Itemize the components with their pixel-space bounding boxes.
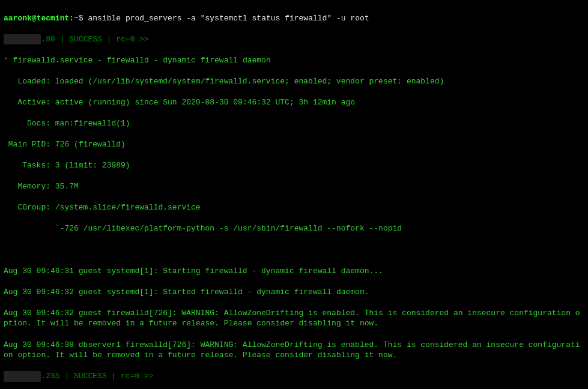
bullet-icon: *: [4, 56, 8, 65]
prompt-colon: :: [69, 14, 74, 23]
host1-tasks: Tasks: 3 (limit: 23989): [4, 160, 584, 171]
prompt-user: aaronk: [4, 14, 32, 23]
host1-header: .80 | SUCCESS | rc=0 >>: [4, 34, 584, 45]
terminal[interactable]: aaronk@tecmint:~$ ansible prod_servers -…: [4, 2, 584, 389]
host1-memory: Memory: 35.7M: [4, 181, 584, 192]
host1-log2: Aug 30 09:46:32 guest systemd[1]: Starte…: [4, 287, 584, 298]
host1-loaded: Loaded: loaded (/usr/lib/systemd/system/…: [4, 76, 584, 87]
prompt-at: @: [32, 14, 37, 23]
prompt-line: aaronk@tecmint:~$ ansible prod_servers -…: [4, 13, 584, 24]
host1-cgroup: CGroup: /system.slice/firewalld.service: [4, 202, 584, 213]
host1-mainpid: Main PID: 726 (firewalld): [4, 139, 584, 150]
host2-ip-suffix: .235 | SUCCESS | rc=0 >>: [41, 372, 153, 381]
host1-log3: Aug 30 09:46:32 guest firewalld[726]: WA…: [4, 308, 584, 329]
prompt-path: ~: [74, 14, 79, 23]
host1-log1: Aug 30 09:46:31 guest systemd[1]: Starti…: [4, 266, 584, 277]
host1-active: Active: active (running) since Sun 2020-…: [4, 97, 584, 108]
host1-ip-suffix: .80 | SUCCESS | rc=0 >>: [41, 35, 148, 44]
host1-ip-redacted: [4, 34, 41, 45]
host2-ip-redacted: [4, 371, 41, 382]
host1-service: * firewalld.service - firewalld - dynami…: [4, 55, 584, 66]
host1-active-since: since Sun 2020-08-30 09:46:32 UTC; 3h 12…: [130, 98, 355, 107]
command-text: ansible prod_servers -a "systemctl statu…: [88, 14, 369, 23]
host1-active-state: active (running): [55, 98, 130, 107]
prompt-host: tecmint: [37, 14, 70, 23]
host1-docs: Docs: man:firewalld(1): [4, 118, 584, 129]
host1-cgroup-child: `-726 /usr/libexec/platform-python -s /u…: [4, 223, 584, 234]
blank: [4, 245, 584, 256]
host1-service-name: firewalld.service - firewalld - dynamic …: [8, 56, 271, 65]
host1-active-label: Active:: [4, 98, 55, 107]
prompt-dollar: $: [79, 14, 83, 23]
host2-header: .235 | SUCCESS | rc=0 >>: [4, 371, 584, 382]
host1-log4: Aug 30 09:46:38 dbserver1 firewalld[726]…: [4, 340, 584, 361]
